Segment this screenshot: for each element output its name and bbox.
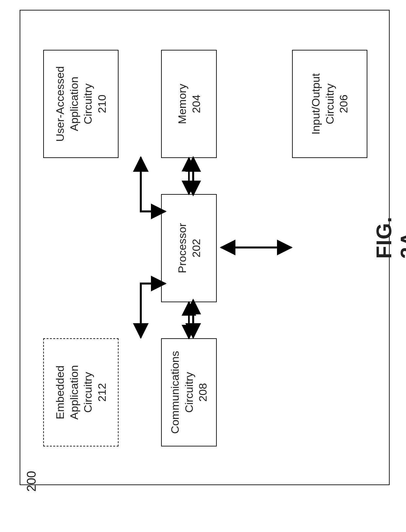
block-io-label: Input/Output Circuitry 206 — [309, 73, 351, 134]
block-io: Input/Output Circuitry 206 — [292, 50, 367, 158]
figure-caption: FIG. 2A — [372, 217, 406, 259]
block-processor-label: Processor 202 — [175, 223, 203, 273]
page: Processor 202 Memory 204 Communications … — [0, 0, 406, 532]
figure-reference-number: 200 — [25, 471, 39, 492]
block-memory: Memory 204 — [161, 50, 217, 158]
block-embedded-label: Embedded Application Circuitry 212 — [53, 365, 109, 420]
block-user-accessed-label: User-Accessed Application Circuitry 210 — [53, 66, 109, 142]
block-user-accessed-application: User-Accessed Application Circuitry 210 — [43, 50, 119, 158]
block-communications: Communications Circuitry 208 — [161, 338, 217, 446]
block-memory-label: Memory 204 — [175, 84, 203, 124]
block-communications-label: Communications Circuitry 208 — [168, 351, 210, 434]
block-embedded-application: Embedded Application Circuitry 212 — [43, 338, 119, 446]
diagram-frame: Processor 202 Memory 204 Communications … — [20, 10, 390, 485]
block-processor: Processor 202 — [161, 194, 217, 302]
